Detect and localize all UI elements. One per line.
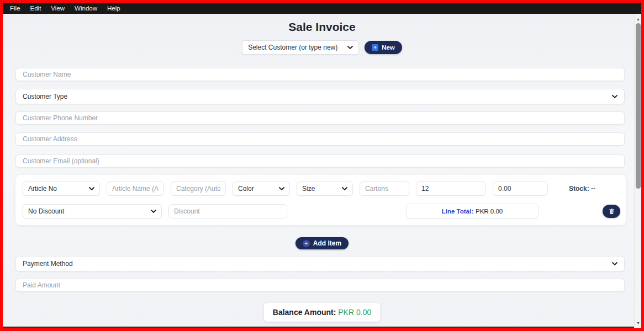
- price-input[interactable]: [493, 181, 548, 196]
- page-title: Sale Invoice: [3, 20, 641, 34]
- customer-phone-input[interactable]: [15, 111, 625, 125]
- color-value: Color: [238, 185, 254, 193]
- category-input[interactable]: [171, 181, 226, 196]
- chevron-down-icon: [151, 210, 156, 213]
- balance-value: PKR 0.00: [338, 308, 371, 317]
- line-total-value: PKR 0.00: [476, 208, 503, 215]
- stock-indicator: Stock: --: [569, 185, 595, 193]
- cartons-input[interactable]: [360, 181, 409, 196]
- color-select[interactable]: Color: [233, 181, 290, 196]
- payment-method-value: Payment Method: [23, 260, 73, 268]
- scrollbar-thumb[interactable]: [636, 23, 641, 189]
- trash-icon: [609, 208, 615, 215]
- customer-type-select[interactable]: Customer Type: [15, 89, 625, 104]
- customer-select[interactable]: Select Customer (or type new): [242, 40, 359, 55]
- chevron-down-icon: [342, 187, 347, 190]
- balance-label: Balance Amount:: [273, 308, 336, 317]
- chevron-down-icon: [612, 95, 617, 98]
- menu-edit[interactable]: Edit: [25, 4, 46, 13]
- customer-address-input[interactable]: [15, 132, 625, 146]
- add-item-label: Add Item: [313, 239, 341, 247]
- line-total-display: Line Total: PKR 0.00: [406, 204, 539, 218]
- quantity-input[interactable]: [416, 181, 486, 196]
- stock-label: Stock:: [569, 185, 589, 193]
- stock-value: --: [591, 185, 595, 193]
- customer-select-row: Select Customer (or type new) + New: [3, 40, 641, 55]
- new-customer-button[interactable]: + New: [365, 41, 402, 54]
- item-row-2: No Discount Line Total: PKR 0.00: [23, 204, 620, 218]
- paid-amount-input[interactable]: [15, 279, 625, 292]
- plus-square-icon: +: [372, 44, 378, 51]
- balance-row: Balance Amount: PKR 0.00: [3, 303, 641, 322]
- bottom-bar-edge: [3, 327, 634, 328]
- menu-view[interactable]: View: [46, 4, 70, 13]
- size-select[interactable]: Size: [297, 181, 353, 196]
- add-item-row: + Add Item: [3, 237, 641, 249]
- item-row-1: Article No Color Size Stock: --: [23, 181, 620, 196]
- remove-item-button[interactable]: [603, 205, 620, 218]
- payment-method-select[interactable]: Payment Method: [15, 256, 625, 271]
- menu-window[interactable]: Window: [70, 4, 102, 13]
- discount-type-select[interactable]: No Discount: [23, 204, 162, 218]
- scroll-up-arrow-icon[interactable]: ▲: [635, 15, 642, 23]
- discount-input[interactable]: [168, 204, 287, 218]
- size-value: Size: [302, 185, 315, 193]
- customer-select-value: Select Customer (or type new): [248, 44, 337, 51]
- chevron-down-icon: [279, 187, 284, 190]
- chevron-down-icon: [612, 262, 617, 265]
- customer-email-input[interactable]: [15, 154, 625, 168]
- article-no-value: Article No: [28, 185, 57, 193]
- line-total-label: Line Total:: [442, 208, 473, 215]
- discount-type-value: No Discount: [28, 207, 64, 215]
- menu-file[interactable]: File: [5, 4, 25, 13]
- chevron-down-icon: [347, 46, 353, 49]
- article-no-select[interactable]: Article No: [23, 181, 100, 196]
- menu-help[interactable]: Help: [102, 4, 125, 13]
- customer-name-input[interactable]: [15, 68, 625, 81]
- chevron-down-icon: [89, 187, 94, 190]
- customer-type-value: Customer Type: [23, 93, 67, 100]
- add-item-button[interactable]: + Add Item: [295, 237, 349, 249]
- vertical-scrollbar[interactable]: ▲ ▼: [634, 14, 641, 328]
- balance-amount-card: Balance Amount: PKR 0.00: [264, 303, 380, 322]
- menu-bar: File Edit View Window Help: [3, 3, 641, 14]
- app-window: File Edit View Window Help Sale Invoice …: [0, 0, 644, 331]
- invoice-item-card: Article No Color Size Stock: --: [15, 175, 626, 225]
- plus-icon: +: [303, 240, 310, 247]
- scroll-down-arrow-icon[interactable]: ▼: [635, 319, 642, 327]
- article-name-input[interactable]: [107, 181, 164, 196]
- new-button-label: New: [382, 44, 395, 51]
